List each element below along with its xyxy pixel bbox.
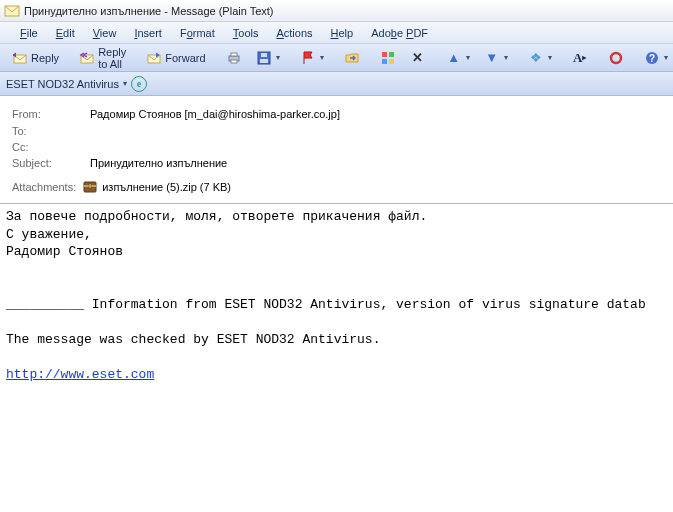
svg-rect-11 [389, 52, 394, 57]
svg-rect-13 [389, 59, 394, 64]
arrow-down-icon: ▼ [484, 50, 500, 66]
acrobat-button[interactable] [602, 47, 630, 69]
chevron-down-icon: ▾ [548, 53, 552, 62]
menu-file[interactable]: File [12, 25, 46, 41]
svg-rect-10 [382, 52, 387, 57]
from-value: Радомир Стоянов [m_dai@hiroshima-parker.… [90, 108, 340, 120]
next-button[interactable]: ▼ ▾ [478, 47, 514, 69]
print-button[interactable] [220, 47, 248, 69]
junk-button[interactable]: ❖ ▾ [522, 47, 558, 69]
body-line: С уважение, [6, 227, 92, 242]
menu-tools[interactable]: Tools [225, 25, 267, 41]
menu-adobe-pdf[interactable]: Adobe PDF [363, 25, 436, 41]
delete-icon: ✕ [410, 50, 426, 66]
menu-edit[interactable]: Edit [48, 25, 83, 41]
svg-rect-6 [231, 60, 237, 63]
menu-format[interactable]: Format [172, 25, 223, 41]
chevron-down-icon[interactable]: ▾ [123, 79, 127, 88]
junk-icon: ❖ [528, 50, 544, 66]
menu-view[interactable]: View [85, 25, 125, 41]
attachment-label: Attachments: [12, 181, 76, 193]
flag-icon [300, 50, 316, 66]
categories-icon [380, 50, 396, 66]
cc-row: Cc: [12, 139, 661, 155]
svg-rect-12 [382, 59, 387, 64]
menu-actions[interactable]: Actions [268, 25, 320, 41]
chevron-down-icon: ▾ [664, 53, 668, 62]
body-line: Радомир Стоянов [6, 244, 123, 259]
toolbar: Reply Reply to All Forward ▾ ▾ [0, 44, 673, 72]
menu-insert[interactable]: Insert [126, 25, 170, 41]
menubar: File Edit View Insert Format Tools Actio… [0, 22, 673, 44]
reply-label: Reply [31, 52, 59, 64]
mail-icon [4, 3, 20, 19]
svg-rect-5 [231, 53, 237, 56]
folder-arrow-icon [344, 50, 360, 66]
reply-all-label: Reply to All [98, 46, 126, 70]
forward-icon [146, 50, 162, 66]
chevron-down-icon: ▾ [276, 53, 280, 62]
svg-point-14 [611, 53, 621, 63]
flag-button[interactable]: ▾ [294, 47, 330, 69]
body-eset-checked: The message was checked by ESET NOD32 An… [6, 332, 380, 347]
delete-button[interactable]: ✕ [404, 47, 432, 69]
eset-icon[interactable]: e [131, 76, 147, 92]
menu-help[interactable]: Help [323, 25, 362, 41]
forward-label: Forward [165, 52, 205, 64]
help-button[interactable]: ? ▾ [638, 47, 673, 69]
window-title: Принудително изпълнение - Message (Plain… [24, 5, 274, 17]
message-body[interactable]: За повече подробности, моля, отворете пр… [0, 204, 673, 387]
svg-rect-19 [89, 184, 91, 188]
svg-text:?: ? [649, 53, 655, 64]
acrobat-icon [608, 50, 624, 66]
eset-link[interactable]: http://www.eset.com [6, 367, 154, 382]
forward-button[interactable]: Forward [140, 47, 211, 69]
reply-all-icon [79, 50, 95, 66]
reply-button[interactable]: Reply [6, 47, 65, 69]
eset-label[interactable]: ESET NOD32 Antivirus [6, 78, 119, 90]
body-eset-info: __________ Information from ESET NOD32 A… [6, 297, 646, 312]
titlebar: Принудително изпълнение - Message (Plain… [0, 0, 673, 22]
floppy-icon [256, 50, 272, 66]
body-line: За повече подробности, моля, отворете пр… [6, 209, 427, 224]
categorize-button[interactable] [374, 47, 402, 69]
reply-icon [12, 50, 28, 66]
from-label: From: [12, 108, 90, 120]
cc-label: Cc: [12, 141, 90, 153]
reply-all-button[interactable]: Reply to All [73, 43, 132, 73]
chevron-down-icon: ▾ [504, 53, 508, 62]
svg-rect-8 [261, 53, 267, 57]
to-value [90, 124, 170, 137]
subject-row: Subject: Принудително изпълнение [12, 155, 661, 171]
help-icon: ? [644, 50, 660, 66]
print-icon [226, 50, 242, 66]
arrow-up-icon: ▲ [446, 50, 462, 66]
message-headers: From: Радомир Стоянов [m_dai@hiroshima-p… [0, 96, 673, 204]
svg-rect-9 [260, 59, 268, 63]
move-folder-button[interactable] [338, 47, 366, 69]
zip-icon [82, 179, 98, 195]
chevron-down-icon: ▾ [320, 53, 324, 62]
to-row: To: [12, 122, 661, 139]
subject-value: Принудително изпълнение [90, 157, 227, 169]
from-row: From: Радомир Стоянов [m_dai@hiroshima-p… [12, 106, 661, 122]
subject-label: Subject: [12, 157, 90, 169]
attachment-filename[interactable]: изпълнение (5).zip (7 KB) [102, 181, 231, 193]
chevron-down-icon: ▾ [466, 53, 470, 62]
previous-button[interactable]: ▲ ▾ [440, 47, 476, 69]
eset-toolbar: ESET NOD32 Antivirus ▾ e [0, 72, 673, 96]
font-button[interactable]: A▸ [566, 47, 594, 69]
font-icon: A▸ [572, 50, 588, 66]
attachments-row: Attachments: изпълнение (5).zip (7 KB) [12, 171, 661, 197]
save-button[interactable]: ▾ [250, 47, 286, 69]
to-label: To: [12, 125, 90, 137]
